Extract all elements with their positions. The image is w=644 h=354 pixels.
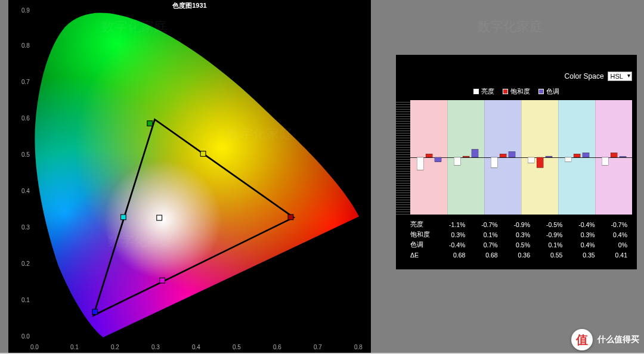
x-tick: 0.0 <box>30 344 39 350</box>
brand-icon: 值 <box>571 329 593 350</box>
x-tick: 0.7 <box>314 344 322 350</box>
svg-rect-8 <box>288 215 293 220</box>
svg-rect-18 <box>528 157 534 163</box>
svg-rect-13 <box>200 151 206 157</box>
svg-rect-11 <box>121 215 126 220</box>
row-label-brightness: 亮度 <box>410 221 438 229</box>
table-cell: 0.55 <box>535 251 567 259</box>
svg-rect-22 <box>463 156 469 157</box>
watermark: 数字化家庭 <box>477 18 543 36</box>
table-cell: 0% <box>600 241 632 249</box>
y-tick: 0.4 <box>21 188 30 194</box>
table-cell: 0.3% <box>438 231 470 238</box>
x-tick: 0.1 <box>70 344 79 350</box>
table-cell: -0.4% <box>567 221 599 228</box>
svg-rect-31 <box>583 153 589 157</box>
svg-rect-15 <box>417 157 423 170</box>
legend-brightness-label: 亮度 <box>481 87 494 96</box>
svg-rect-32 <box>620 157 626 158</box>
svg-rect-25 <box>574 154 580 157</box>
table-cell: -0.7% <box>600 221 632 228</box>
svg-rect-26 <box>611 153 617 157</box>
x-tick: 0.8 <box>354 344 363 350</box>
table-cell: -0.5% <box>535 221 567 228</box>
svg-rect-10 <box>92 309 98 315</box>
y-tick: 0.7 <box>21 79 30 85</box>
y-tick: 0.5 <box>21 151 30 158</box>
legend-saturation-icon <box>503 89 508 94</box>
hsl-legend: 亮度 饱和度 色调 <box>396 87 637 96</box>
y-tick: 0.9 <box>21 7 30 14</box>
hsl-panel: Color Space HSL 亮度 饱和度 色调 亮度-1.1%-0.7%-0… <box>396 55 637 269</box>
legend-hue-icon <box>538 89 544 94</box>
row-label-deltae: ΔE <box>410 251 438 259</box>
table-cell: -0.4% <box>438 241 470 249</box>
table-cell: 0.68 <box>438 251 470 259</box>
row-label-saturation: 饱和度 <box>410 231 438 239</box>
table-cell: 0.41 <box>600 251 632 259</box>
svg-rect-7 <box>32 11 359 337</box>
table-cell: 0.3% <box>503 231 535 238</box>
y-tick: 0.0 <box>21 333 30 340</box>
hsl-bar-chart <box>410 100 632 215</box>
table-cell: 0.5% <box>503 241 535 249</box>
table-cell: 0.68 <box>470 251 502 259</box>
table-cell: 0.36 <box>503 251 535 259</box>
table-cell: 0.1% <box>535 241 567 249</box>
cie-title: 色度图1931 <box>8 1 371 10</box>
svg-rect-21 <box>426 154 432 157</box>
row-label-hue: 色调 <box>410 241 438 249</box>
table-cell: 0.4% <box>567 241 599 249</box>
x-tick: 0.5 <box>233 344 241 350</box>
hsl-table: 亮度-1.1%-0.7%-0.9%-0.5%-0.4%-0.7% 饱和度0.3%… <box>410 219 632 260</box>
legend-hue-label: 色调 <box>546 87 559 96</box>
svg-rect-29 <box>509 151 515 157</box>
x-tick: 0.4 <box>192 344 200 350</box>
svg-rect-27 <box>435 157 441 162</box>
svg-rect-19 <box>565 157 571 162</box>
svg-rect-23 <box>500 154 506 157</box>
svg-rect-28 <box>472 150 478 157</box>
x-tick: 0.6 <box>273 344 281 350</box>
y-tick: 0.1 <box>21 297 30 303</box>
x-tick: 0.2 <box>111 344 119 350</box>
y-tick: 0.8 <box>21 42 30 49</box>
svg-rect-14 <box>157 215 162 221</box>
svg-rect-30 <box>546 156 552 157</box>
brand-badge: 值 什么值得买 <box>571 329 639 350</box>
cie-chromaticity-plot <box>32 11 359 337</box>
y-tick: 0.6 <box>21 115 30 122</box>
table-cell: -1.1% <box>438 221 470 228</box>
svg-rect-24 <box>537 157 543 167</box>
svg-rect-16 <box>454 157 460 165</box>
brand-text: 什么值得买 <box>597 334 639 345</box>
svg-rect-9 <box>147 121 153 126</box>
legend-saturation-label: 饱和度 <box>510 87 530 96</box>
table-cell: 0.7% <box>470 241 502 249</box>
table-cell: -0.9% <box>535 231 567 238</box>
table-cell: 0.35 <box>567 251 599 259</box>
table-cell: 0.3% <box>567 231 599 238</box>
table-cell: 0.4% <box>600 231 632 238</box>
svg-rect-20 <box>602 157 608 165</box>
svg-rect-12 <box>160 278 165 283</box>
table-cell: -0.7% <box>470 221 502 228</box>
color-space-label: Color Space <box>565 72 604 80</box>
y-tick: 0.3 <box>21 224 30 231</box>
table-cell: 0.1% <box>470 231 502 238</box>
x-tick: 0.3 <box>151 344 160 350</box>
y-axis-hatch <box>396 100 410 215</box>
legend-brightness-icon <box>473 89 479 94</box>
hsl-bars-svg <box>410 100 632 215</box>
svg-rect-17 <box>491 157 497 167</box>
color-space-select[interactable]: HSL <box>608 72 632 81</box>
y-tick: 0.2 <box>21 260 30 267</box>
cie-chromaticity-panel: 色度图1931 <box>8 0 371 354</box>
table-cell: -0.9% <box>503 221 535 228</box>
